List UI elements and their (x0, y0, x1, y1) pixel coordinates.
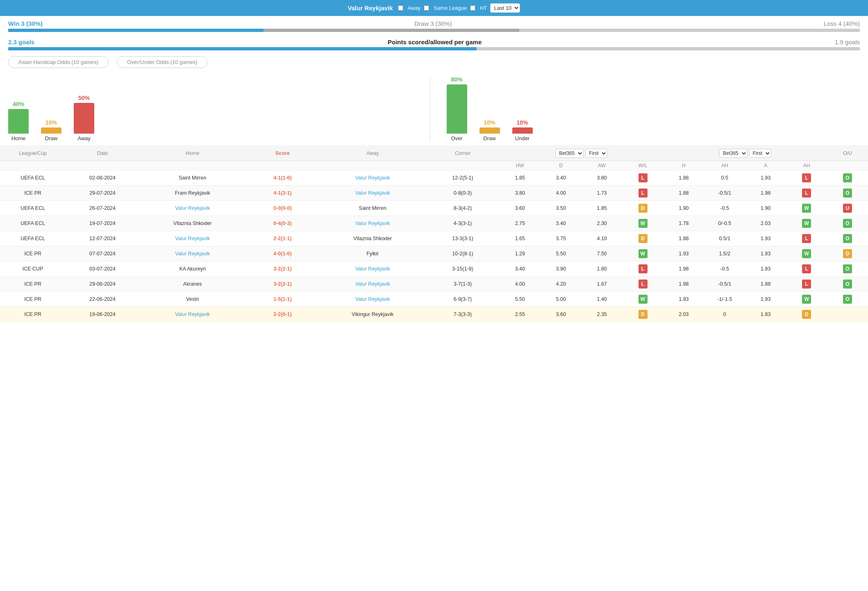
home-team: KA Akureyri (179, 266, 206, 272)
away-team: Fylkir (366, 251, 379, 257)
cell-aw: 1.73 (582, 186, 623, 201)
ou-badge: O (843, 295, 852, 304)
cell-a: 1.93 (745, 246, 786, 261)
cell-d: 3.50 (541, 201, 582, 216)
first-select-1[interactable]: First (585, 149, 607, 158)
table-row: ICE PR 29-06-2024 Akranes 3-2(2-1) Valur… (0, 277, 868, 292)
cell-aw: 3.80 (582, 170, 623, 186)
th-league: League/Cup (0, 146, 66, 161)
cell-a: 1.93 (745, 170, 786, 186)
away-checkbox[interactable] (398, 5, 403, 11)
cell-aw: 1.80 (582, 261, 623, 277)
cell-score: 3-2(2-1) (246, 261, 320, 277)
loss-label: Loss 4 (40%) (824, 20, 860, 27)
sub-h: H (663, 161, 704, 170)
ah2-badge: L (802, 189, 811, 198)
th-home: Home (139, 146, 246, 161)
ou-badge: D (843, 249, 852, 258)
home-team-link[interactable]: Valur Reykjavik (175, 205, 210, 211)
cell-a: 1.93 (745, 292, 786, 307)
cell-date: 02-08-2024 (66, 170, 139, 186)
cell-away: Valur Reykjavik (319, 186, 426, 201)
away-team: Saint Mirren (359, 205, 386, 211)
bet365-select-2[interactable]: Bet365 (719, 149, 748, 158)
cell-ou: O (827, 216, 868, 231)
table-row: UEFA ECL 02-08-2024 Saint Mirren 4-1(1-0… (0, 170, 868, 186)
chart-label: Over (451, 135, 462, 141)
cell-away: Valur Reykjavik (319, 277, 426, 292)
away-team-link[interactable]: Valur Reykjavik (355, 175, 390, 181)
chart-pct: 10% (484, 119, 495, 126)
away-team-link[interactable]: Valur Reykjavik (355, 296, 390, 302)
wdl-bar-draw (264, 29, 519, 32)
table-row: ICE PR 22-06-2024 Vestri 1-5(1-1) Valur … (0, 292, 868, 307)
ou-badge: O (843, 219, 852, 228)
th-score: Score (246, 146, 320, 161)
goals-left: 2.3 goals (8, 39, 34, 45)
chart-item-right-under: 10% Under (512, 119, 533, 141)
same-league-checkbox[interactable] (424, 5, 429, 11)
cell-a: 1.88 (745, 277, 786, 292)
cell-score: 2-2(0-1) (246, 307, 320, 322)
cell-corner: 8-3(4-2) (426, 201, 500, 216)
home-team-link[interactable]: Valur Reykjavik (175, 251, 210, 257)
sub-aw: AW (582, 161, 623, 170)
chart-item-right-over: 80% Over (447, 76, 467, 141)
home-team-link[interactable]: Valur Reykjavik (175, 236, 210, 241)
cell-d: 3.40 (541, 170, 582, 186)
away-team-link[interactable]: Valur Reykjavik (355, 190, 390, 196)
cell-ah2: L (786, 170, 827, 186)
cell-hw: 2.55 (500, 307, 541, 322)
odds-buttons: Asian Handicap Odds (10 games) Over/Unde… (0, 56, 868, 72)
cell-ah: 0 (704, 307, 745, 322)
header-bar: Valur Reykjavik Away Same League HT Last… (0, 0, 868, 16)
cell-h: 1.78 (663, 216, 704, 231)
cell-corner: 3-15(1-9) (426, 261, 500, 277)
ou-badge: O (843, 264, 852, 273)
filter-select[interactable]: Last 10 Last 20 All (490, 3, 520, 13)
ah2-badge: L (802, 173, 811, 182)
bet365-select-1[interactable]: Bet365 (555, 149, 584, 158)
chart-bar (41, 127, 61, 134)
home-team-link[interactable]: Valur Reykjavik (175, 311, 210, 317)
cell-d: 5.00 (541, 292, 582, 307)
cell-corner: 6-9(3-7) (426, 292, 500, 307)
goals-bar-rest (477, 47, 860, 50)
cell-corner: 12-2(5-1) (426, 170, 500, 186)
asian-handicap-btn[interactable]: Asian Handicap Odds (10 games) (8, 56, 109, 68)
away-team-link[interactable]: Valur Reykjavik (355, 281, 390, 287)
wl-badge: W (639, 249, 648, 258)
ou-badge: O (843, 234, 852, 243)
cell-home: Valur Reykjavik (139, 201, 246, 216)
cell-d: 4.20 (541, 277, 582, 292)
cell-ah2: D (786, 307, 827, 322)
ht-checkbox[interactable] (470, 5, 475, 11)
cell-date: 12-07-2024 (66, 231, 139, 246)
cell-home: Valur Reykjavik (139, 231, 246, 246)
cell-h: 2.03 (663, 307, 704, 322)
sub-ah2: AH (786, 161, 827, 170)
away-team-link[interactable]: Valur Reykjavik (355, 220, 390, 226)
chart-pct: 80% (451, 76, 462, 83)
cell-ah: 1.5/2 (704, 246, 745, 261)
cell-home: Akranes (139, 277, 246, 292)
cell-ah: 0/-0.5 (704, 216, 745, 231)
sub-wl: W/L (623, 161, 663, 170)
cell-away: Vikingur Reykjavik (319, 307, 426, 322)
over-under-label: Over/Under Odds (10 games) (127, 59, 197, 65)
away-team: Vllaznia Shkoder (353, 236, 392, 241)
cell-aw: 2.35 (582, 307, 623, 322)
ou-badge: U (843, 204, 852, 213)
ah2-badge: L (802, 234, 811, 243)
cell-aw: 1.85 (582, 201, 623, 216)
cell-score: 0-4(0-3) (246, 216, 320, 231)
cell-league: ICE PR (0, 292, 66, 307)
sub-d: D (541, 161, 582, 170)
cell-ou (827, 307, 868, 322)
match-table: League/Cup Date Home Score Away Corner B… (0, 146, 868, 322)
over-under-btn[interactable]: Over/Under Odds (10 games) (117, 56, 207, 68)
cell-hw: 5.50 (500, 292, 541, 307)
home-team: Vllaznia Shkoder (173, 220, 212, 226)
first-select-2[interactable]: First (749, 149, 771, 158)
away-team-link[interactable]: Valur Reykjavik (355, 266, 390, 272)
